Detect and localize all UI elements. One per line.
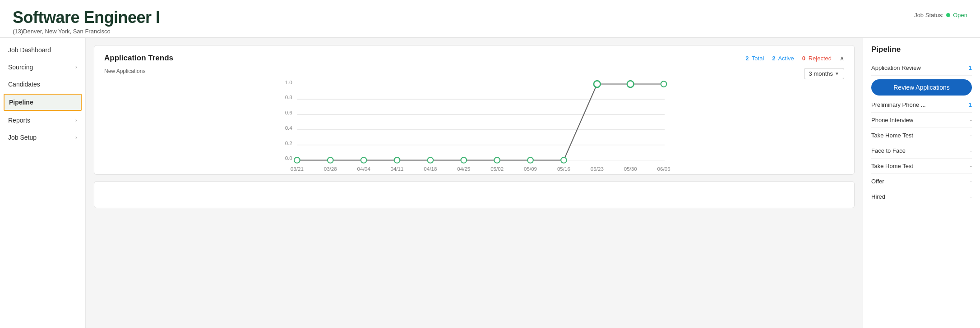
rejected-count: 0: [802, 55, 805, 62]
active-count: 2: [772, 55, 775, 62]
svg-point-16: [428, 157, 434, 163]
pipeline-row-4: Face to Face -: [871, 143, 972, 159]
svg-point-23: [661, 81, 667, 87]
sidebar-item-candidates[interactable]: Candidates: [0, 76, 85, 93]
svg-point-15: [394, 157, 400, 163]
active-stat[interactable]: 2 Active: [772, 55, 794, 62]
job-status-label: Job Status:: [914, 12, 943, 18]
chevron-down-icon: ▼: [835, 71, 839, 76]
svg-text:04/11: 04/11: [390, 166, 403, 172]
pipeline-stage-label-2: Phone Interview: [871, 117, 913, 123]
second-card: [94, 181, 855, 208]
sidebar-item-pipeline[interactable]: Pipeline: [4, 94, 82, 111]
pipeline-title: Pipeline: [871, 45, 972, 54]
page-header: Software Engineer I (13)Denver, New York…: [0, 0, 980, 38]
pipeline-panel: Pipeline Application Review 1 Review App…: [863, 38, 980, 328]
svg-text:05/23: 05/23: [591, 166, 604, 172]
page-wrapper: Software Engineer I (13)Denver, New York…: [0, 0, 980, 328]
trends-card-title: Application Trends: [104, 54, 173, 63]
pipeline-stage-count-7: -: [970, 193, 972, 200]
sidebar: Job Dashboard Sourcing › Candidates Pipe…: [0, 38, 86, 328]
svg-point-14: [361, 157, 367, 163]
svg-text:0.4: 0.4: [285, 125, 293, 131]
months-label: 3 months: [809, 70, 833, 77]
chevron-right-icon: ›: [75, 64, 77, 70]
application-trends-card: Application Trends 2 Total 2 Active 0 Re: [94, 45, 855, 175]
pipeline-stage-label-5: Take Home Test: [871, 163, 913, 169]
pipeline-stage-label-4: Face to Face: [871, 147, 906, 154]
chart-area: New Applications 3 months ▼ 0.0 0.2 0.4 …: [104, 68, 844, 166]
page-subtitle: (13)Denver, New York, San Francisco: [13, 28, 160, 35]
active-label: Active: [778, 55, 794, 62]
svg-text:05/16: 05/16: [557, 166, 570, 172]
sidebar-item-job-dashboard[interactable]: Job Dashboard: [0, 41, 85, 59]
pipeline-stage-label-0: Application Review: [871, 64, 921, 71]
total-label: Total: [752, 55, 764, 62]
svg-text:03/28: 03/28: [324, 166, 337, 172]
svg-text:1.0: 1.0: [285, 79, 292, 85]
svg-text:0.8: 0.8: [285, 94, 292, 100]
sidebar-item-sourcing[interactable]: Sourcing ›: [0, 59, 85, 76]
svg-text:05/30: 05/30: [624, 166, 637, 172]
sidebar-label-reports: Reports: [8, 117, 30, 124]
svg-text:05/09: 05/09: [524, 166, 537, 172]
pipeline-row-2: Phone Interview -: [871, 113, 972, 128]
pipeline-stage-label-1: Preliminary Phone ...: [871, 101, 926, 108]
collapse-button[interactable]: ∧: [840, 55, 844, 62]
pipeline-stage-label-3: Take Home Test: [871, 132, 913, 139]
rejected-label: Rejected: [809, 55, 832, 62]
pipeline-stage-label-6: Offer: [871, 178, 884, 185]
sidebar-label-pipeline: Pipeline: [9, 99, 33, 106]
pipeline-stage-count-3: -: [970, 132, 972, 139]
pipeline-stage-count-4: -: [970, 147, 972, 154]
svg-point-20: [561, 157, 567, 163]
svg-text:05/02: 05/02: [490, 166, 504, 172]
svg-text:04/18: 04/18: [424, 166, 437, 172]
svg-point-12: [294, 157, 300, 163]
pipeline-row-6: Offer -: [871, 174, 972, 189]
pipeline-stage-count-0: 1: [969, 64, 972, 71]
svg-text:04/04: 04/04: [357, 166, 371, 172]
svg-point-19: [527, 157, 533, 163]
trend-chart: 0.0 0.2 0.4 0.6 0.8 1.0: [104, 79, 844, 165]
job-status-value: Open: [953, 12, 967, 18]
sidebar-item-job-setup[interactable]: Job Setup ›: [0, 129, 85, 146]
pipeline-row-3: Take Home Test -: [871, 128, 972, 143]
svg-text:04/25: 04/25: [457, 166, 470, 172]
sidebar-item-reports[interactable]: Reports ›: [0, 112, 85, 129]
pipeline-row-7: Hired -: [871, 189, 972, 204]
pipeline-stage-count-6: -: [970, 178, 972, 185]
svg-point-18: [494, 157, 500, 163]
status-dot-icon: [946, 13, 950, 17]
svg-point-17: [461, 157, 467, 163]
svg-point-22: [627, 81, 634, 87]
svg-text:0.6: 0.6: [285, 109, 292, 115]
chevron-right-icon-job-setup: ›: [75, 134, 77, 141]
pipeline-stage-count-2: -: [970, 117, 972, 123]
svg-text:03/21: 03/21: [291, 166, 304, 172]
card-header: Application Trends 2 Total 2 Active 0 Re: [104, 54, 844, 63]
review-applications-button[interactable]: Review Applications: [871, 79, 972, 96]
pipeline-row-1: Preliminary Phone ... 1: [871, 97, 972, 113]
rejected-stat[interactable]: 0 Rejected: [802, 55, 832, 62]
svg-point-13: [328, 157, 333, 163]
months-dropdown[interactable]: 3 months ▼: [804, 68, 844, 79]
page-title: Software Engineer I: [13, 8, 160, 27]
chevron-right-icon-reports: ›: [75, 117, 77, 123]
svg-text:0.0: 0.0: [285, 155, 292, 161]
pipeline-stage-label-7: Hired: [871, 193, 885, 200]
svg-text:06/06: 06/06: [657, 166, 670, 172]
sidebar-label-sourcing: Sourcing: [8, 64, 33, 71]
main-layout: Job Dashboard Sourcing › Candidates Pipe…: [0, 38, 980, 328]
trends-stats: 2 Total 2 Active 0 Rejected ∧: [745, 55, 844, 62]
sidebar-label-candidates: Candidates: [8, 81, 40, 88]
total-stat[interactable]: 2 Total: [745, 55, 764, 62]
svg-text:0.2: 0.2: [285, 140, 292, 146]
svg-point-21: [594, 81, 601, 87]
pipeline-row-5: Take Home Test -: [871, 159, 972, 174]
main-content: Application Trends 2 Total 2 Active 0 Re: [86, 38, 863, 328]
sidebar-label-job-dashboard: Job Dashboard: [8, 46, 51, 54]
pipeline-stage-count-5: -: [970, 163, 972, 169]
pipeline-row-0: Application Review 1: [871, 60, 972, 76]
pipeline-stage-count-1: 1: [969, 101, 972, 108]
